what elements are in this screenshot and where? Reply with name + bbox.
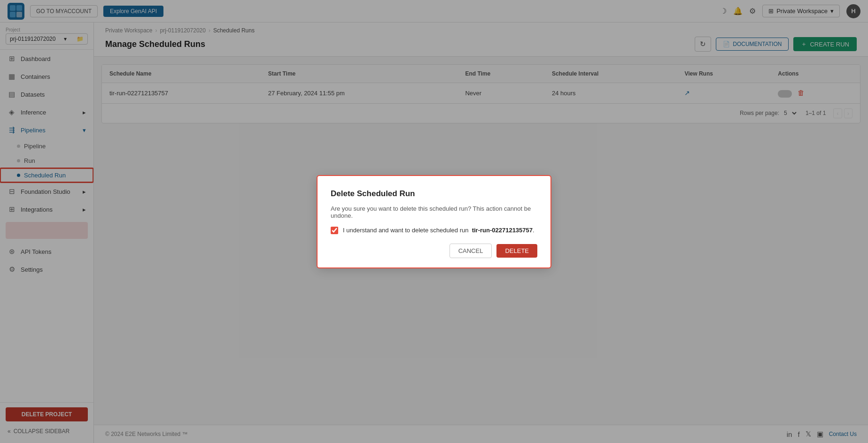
dialog-actions: CANCEL DELETE: [331, 244, 537, 258]
checkbox-label: I understand and want to delete schedule…: [343, 227, 535, 234]
delete-confirm-button[interactable]: DELETE: [496, 244, 537, 258]
modal-overlay: Delete Scheduled Run Are you sure you wa…: [0, 0, 868, 443]
confirm-checkbox[interactable]: [331, 227, 338, 234]
dialog-body: Are you sure you want to delete this sch…: [331, 205, 537, 219]
cancel-button[interactable]: CANCEL: [450, 244, 492, 258]
dialog-title: Delete Scheduled Run: [331, 189, 537, 199]
dialog-checkbox-row: I understand and want to delete schedule…: [331, 227, 537, 234]
delete-dialog: Delete Scheduled Run Are you sure you wa…: [317, 175, 551, 268]
dialog-run-name: tir-run-022712135757: [472, 227, 533, 234]
